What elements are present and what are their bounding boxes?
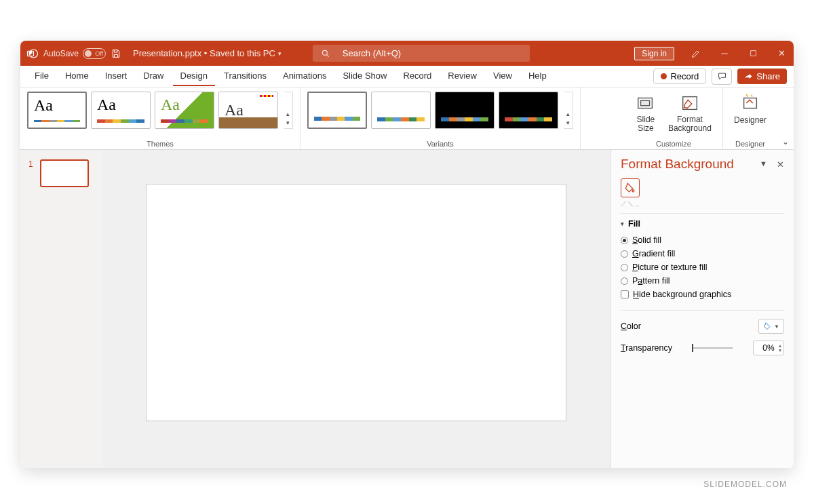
- slide-thumbnail-1[interactable]: [40, 159, 89, 187]
- signin-button[interactable]: Sign in: [634, 47, 674, 60]
- theme-thumb-2[interactable]: Aa: [91, 92, 151, 129]
- search-input[interactable]: Search (Alt+Q): [313, 45, 530, 62]
- svg-rect-5: [750, 51, 756, 56]
- transparency-label: Transparency: [621, 343, 672, 353]
- variants-group: ▴▾ Variants: [301, 88, 581, 149]
- transparency-value-input[interactable]: 0%▴▾: [753, 341, 784, 355]
- hide-bg-graphics-checkbox[interactable]: Hide background graphics: [621, 290, 784, 299]
- save-icon[interactable]: [110, 47, 122, 60]
- format-background-button[interactable]: Format Background: [664, 92, 716, 134]
- svg-rect-7: [640, 100, 649, 106]
- pattern-fill-radio[interactable]: Pattern fill: [621, 276, 784, 286]
- variants-gallery-more[interactable]: ▴▾: [564, 92, 573, 129]
- variant-4[interactable]: [499, 92, 558, 129]
- designer-label: Designer: [735, 140, 765, 148]
- theme-thumb-1[interactable]: Aa: [27, 92, 87, 129]
- autosave-label: AutoSave: [43, 49, 79, 58]
- tab-underline: ／＼＿: [621, 199, 641, 205]
- tab-design[interactable]: Design: [173, 66, 215, 86]
- customize-label: Customize: [656, 140, 691, 148]
- variant-3[interactable]: [435, 92, 495, 129]
- designer-group: Designer Designer: [723, 88, 777, 149]
- fill-tab-icon[interactable]: [621, 178, 640, 197]
- ribbon-tabs: File Home Insert Draw Design Transitions…: [20, 66, 794, 88]
- svg-text:P: P: [29, 51, 33, 56]
- tab-home[interactable]: Home: [58, 66, 96, 86]
- format-panel-title: Format Background: [621, 157, 734, 172]
- svg-point-3: [322, 50, 327, 55]
- transparency-slider[interactable]: [692, 347, 733, 349]
- tab-review[interactable]: Review: [440, 66, 484, 86]
- svg-rect-9: [744, 98, 757, 109]
- search-placeholder: Search (Alt+Q): [343, 48, 401, 58]
- solid-fill-radio[interactable]: Solid fill: [621, 235, 784, 245]
- minimize-button[interactable]: ─: [718, 47, 731, 60]
- tab-insert[interactable]: Insert: [98, 66, 135, 86]
- app-window: P AutoSave Off Presentation.pptx • Saved…: [20, 41, 794, 468]
- themes-group: Aa Aa Aa Aa ▴▾ Themes: [20, 88, 301, 149]
- designer-button[interactable]: Designer: [730, 92, 771, 126]
- slide-size-button[interactable]: Slide Size: [632, 92, 660, 134]
- record-dot-icon: [661, 73, 667, 79]
- title-bar: P AutoSave Off Presentation.pptx • Saved…: [20, 41, 794, 66]
- tab-transitions[interactable]: Transitions: [216, 66, 274, 86]
- gradient-fill-radio[interactable]: Gradient fill: [621, 249, 784, 258]
- watermark: SLIDEMODEL.COM: [703, 480, 787, 488]
- slide-number: 1: [28, 159, 33, 169]
- workspace: 1 Format Background ▼ ✕ ／＼＿ ▾ Fill: [20, 150, 794, 468]
- tab-record[interactable]: Record: [395, 66, 439, 86]
- chevron-down-icon: ▾: [278, 50, 282, 57]
- slide-canvas[interactable]: [146, 184, 566, 421]
- variants-label: Variants: [427, 140, 454, 148]
- slide-navigator: 1: [20, 150, 102, 468]
- collapse-ribbon-button[interactable]: ⌄: [777, 88, 794, 149]
- variant-2[interactable]: [371, 92, 431, 129]
- format-background-panel: Format Background ▼ ✕ ／＼＿ ▾ Fill Solid f…: [610, 150, 794, 468]
- powerpoint-icon: P: [26, 47, 39, 60]
- theme-thumb-4[interactable]: Aa: [218, 92, 278, 129]
- tab-help[interactable]: Help: [521, 66, 554, 86]
- customize-group: Slide Size Format Background Customize: [625, 88, 723, 149]
- tab-view[interactable]: View: [486, 66, 520, 86]
- comments-button[interactable]: [712, 69, 732, 85]
- tab-animations[interactable]: Animations: [275, 66, 334, 86]
- document-title[interactable]: Presentation.pptx • Saved to this PC ▾: [133, 48, 282, 58]
- autosave-toggle[interactable]: AutoSave Off: [43, 48, 106, 59]
- themes-label: Themes: [147, 140, 174, 148]
- canvas-area: [102, 150, 610, 468]
- color-label: Color: [621, 322, 641, 331]
- tab-slideshow[interactable]: Slide Show: [335, 66, 394, 86]
- svg-line-4: [327, 54, 329, 56]
- tab-draw[interactable]: Draw: [136, 66, 171, 86]
- record-button[interactable]: Record: [653, 69, 706, 84]
- close-button[interactable]: ✕: [775, 47, 788, 60]
- panel-close-button[interactable]: ✕: [777, 159, 784, 170]
- fill-section-header[interactable]: ▾ Fill: [621, 219, 784, 229]
- color-picker-button[interactable]: ▼: [758, 319, 784, 334]
- themes-gallery-more[interactable]: ▴▾: [284, 92, 293, 129]
- ribbon-body: Aa Aa Aa Aa ▴▾ Themes: [20, 88, 794, 150]
- chevron-down-icon: ▾: [621, 220, 624, 227]
- picture-fill-radio[interactable]: Picture or texture fill: [621, 263, 784, 272]
- share-button[interactable]: Share: [737, 69, 787, 84]
- variant-1[interactable]: [307, 92, 367, 129]
- pen-icon[interactable]: [689, 47, 703, 60]
- maximize-button[interactable]: [746, 47, 760, 60]
- panel-options-button[interactable]: ▼: [760, 159, 767, 170]
- theme-thumb-3[interactable]: Aa: [155, 92, 214, 129]
- tab-file[interactable]: File: [27, 66, 56, 86]
